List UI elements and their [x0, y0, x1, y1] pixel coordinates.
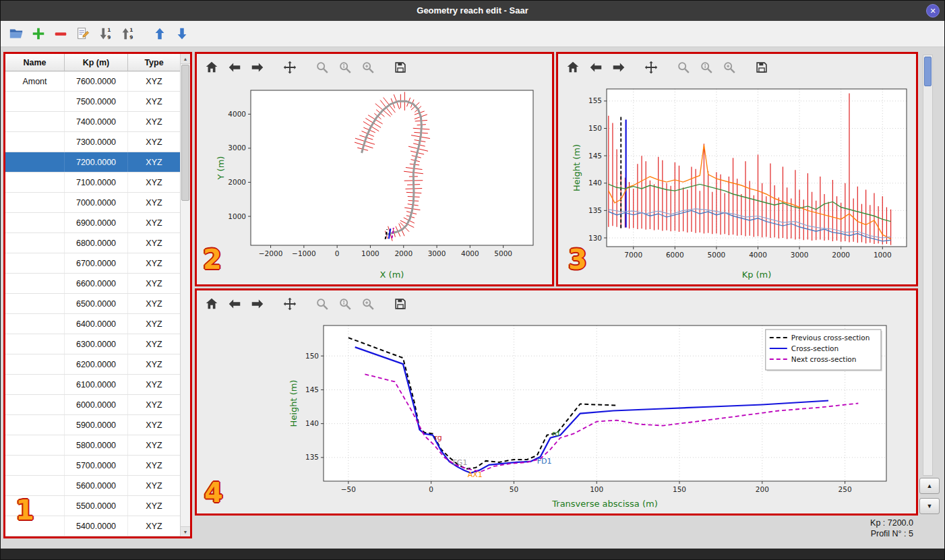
table-row[interactable]: 5900.0000XYZ [5, 415, 181, 435]
svg-text:2000: 2000 [832, 251, 850, 259]
table-scrollbar-thumb[interactable] [181, 65, 189, 201]
scroll-down-icon[interactable]: ▼ [181, 526, 190, 536]
svg-text:0: 0 [429, 485, 433, 493]
table-cell-name [5, 415, 65, 435]
back-button[interactable] [586, 57, 607, 77]
svg-text:135: 135 [588, 206, 602, 214]
svg-text:3000: 3000 [228, 144, 246, 152]
sort-up-button[interactable]: 19 [119, 24, 138, 43]
remove-profile-button[interactable] [52, 24, 71, 43]
zoom-button[interactable] [674, 57, 694, 77]
table-cell-kp: 5900.0000 [65, 415, 128, 435]
zoom-button[interactable] [313, 294, 333, 314]
close-button[interactable]: ✕ [926, 4, 940, 18]
svg-text:150: 150 [305, 352, 319, 360]
table-cell-kp: 5600.0000 [65, 476, 128, 495]
add-profile-button[interactable] [30, 24, 49, 43]
pan-button[interactable] [642, 57, 662, 77]
table-row[interactable]: 6100.0000XYZ [5, 375, 181, 395]
save-button[interactable] [391, 57, 411, 77]
forward-button[interactable] [609, 57, 630, 77]
cross-section-chart[interactable]: −50050100150200250135140145150Transverse… [197, 317, 916, 512]
scroll-up-icon[interactable]: ▲ [181, 54, 190, 64]
table-cell-type: XYZ [128, 132, 181, 152]
table-row[interactable]: 5600.0000XYZ [5, 476, 181, 496]
table-row[interactable]: 7000.0000XYZ [5, 193, 181, 213]
table-row[interactable]: 7400.0000XYZ [5, 112, 181, 132]
edit-profile-button[interactable] [74, 24, 93, 43]
table-row[interactable]: 5800.0000XYZ [5, 435, 181, 456]
table-cell-kp: 6300.0000 [65, 334, 128, 354]
table-cell-name [5, 173, 65, 192]
table-row[interactable]: 6800.0000XYZ [5, 233, 181, 253]
move-up-button[interactable] [151, 24, 170, 43]
profile-table-body: Amont7600.0000XYZ7500.0000XYZ7400.0000XY… [5, 71, 181, 536]
table-row[interactable]: 6700.0000XYZ [5, 253, 181, 274]
forward-arrow-icon [250, 60, 265, 75]
profile-up-button[interactable]: ▲ [919, 478, 940, 494]
arrow-up-icon [152, 26, 167, 41]
table-row[interactable]: 6400.0000XYZ [5, 314, 181, 334]
table-cell-kp: 7500.0000 [65, 92, 128, 111]
svg-text:135: 135 [305, 453, 319, 461]
table-cell-type: XYZ [128, 294, 181, 313]
svg-text:2000: 2000 [228, 178, 246, 186]
save-button[interactable] [391, 294, 411, 314]
table-cell-name: Amont [5, 71, 65, 91]
pan-button[interactable] [280, 57, 301, 77]
table-row[interactable]: 6900.0000XYZ [5, 213, 181, 233]
zoom-info-button[interactable] [336, 57, 356, 77]
table-row[interactable]: 7300.0000XYZ [5, 132, 181, 152]
long-profile-chart[interactable]: 7000600050004000300020001000130135140145… [558, 81, 916, 283]
column-header-type[interactable]: Type [128, 54, 181, 71]
zoom-info-button[interactable] [697, 57, 717, 77]
status-profil: Profil N° : 5 [871, 529, 913, 538]
column-header-name[interactable]: Name [5, 54, 65, 71]
home-button[interactable] [202, 57, 222, 77]
svg-text:4000: 4000 [749, 251, 767, 259]
sort-down-button[interactable]: 19 [96, 24, 115, 43]
zoom-rect-button[interactable] [359, 294, 379, 314]
table-row[interactable]: 5700.0000XYZ [5, 456, 181, 476]
back-button[interactable] [225, 294, 245, 314]
table-row[interactable]: 7200.0000XYZ [5, 152, 181, 173]
column-header-kp[interactable]: Kp (m) [65, 54, 128, 71]
table-row[interactable]: Amont7600.0000XYZ [5, 71, 181, 92]
zoom-rect-button[interactable] [720, 57, 740, 77]
svg-text:6000: 6000 [666, 251, 684, 259]
open-file-button[interactable] [7, 24, 26, 43]
svg-text:Transverse abscissa (m): Transverse abscissa (m) [551, 499, 658, 509]
titlebar[interactable]: Geometry reach edit - Saar ✕ [1, 1, 944, 21]
arrow-down-icon [175, 26, 189, 41]
forward-button[interactable] [248, 57, 268, 77]
table-cell-type: XYZ [128, 274, 181, 293]
forward-arrow-icon [250, 297, 265, 311]
save-button[interactable] [752, 57, 772, 77]
window-scrollbar-thumb[interactable] [924, 57, 932, 86]
table-scrollbar[interactable]: ▲ ▼ [180, 54, 190, 536]
table-row[interactable]: 7500.0000XYZ [5, 92, 181, 112]
zoom-info-button[interactable] [336, 294, 356, 314]
edit-icon [75, 26, 90, 41]
home-button[interactable] [563, 57, 584, 77]
zoom-rect-icon [361, 297, 375, 311]
pan-button[interactable] [280, 294, 301, 314]
plan-view-chart[interactable]: −2000−1000010002000300040005000100020003… [197, 81, 552, 283]
table-cell-kp: 6800.0000 [65, 233, 128, 253]
table-row[interactable]: 6500.0000XYZ [5, 294, 181, 314]
table-row[interactable]: 6000.0000XYZ [5, 395, 181, 415]
zoom-rect-button[interactable] [359, 57, 379, 77]
move-down-button[interactable] [173, 24, 192, 43]
folder-icon [9, 26, 24, 41]
forward-button[interactable] [248, 294, 268, 314]
svg-text:140: 140 [305, 419, 319, 427]
table-row[interactable]: 6600.0000XYZ [5, 274, 181, 294]
home-button[interactable] [202, 294, 222, 314]
table-row[interactable]: 7100.0000XYZ [5, 173, 181, 193]
back-button[interactable] [225, 57, 245, 77]
window-scrollbar[interactable] [923, 55, 933, 476]
zoom-button[interactable] [313, 57, 333, 77]
profile-down-button[interactable]: ▼ [919, 498, 940, 514]
table-row[interactable]: 6300.0000XYZ [5, 334, 181, 354]
table-row[interactable]: 6200.0000XYZ [5, 354, 181, 375]
